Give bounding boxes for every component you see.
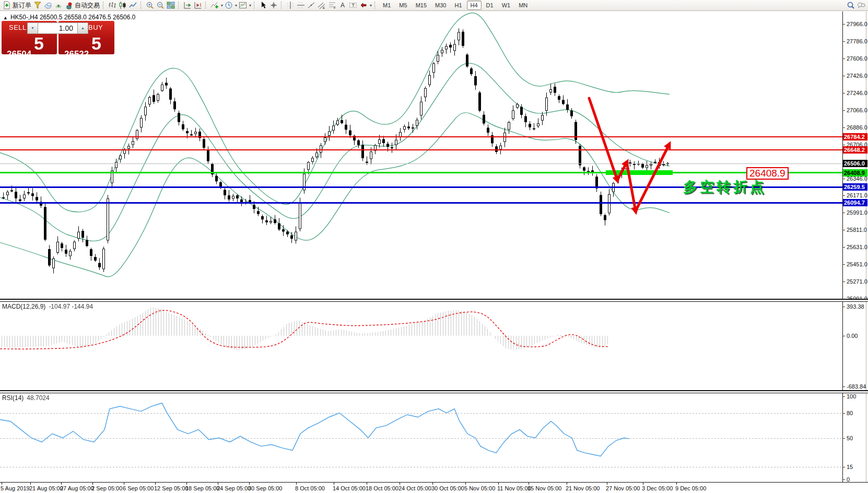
price-tick-label: 25451.0 — [847, 261, 867, 267]
price-tick-mark — [842, 24, 845, 25]
time-tick-label: 11 Nov 05:00 — [497, 485, 531, 491]
templates-button[interactable] — [238, 1, 248, 10]
timeframe-d1-button[interactable]: D1 — [483, 1, 497, 10]
horizontal-line-button[interactable] — [296, 1, 306, 10]
sell-price[interactable]: 26504.5 — [7, 33, 44, 60]
timeframe-h1-button[interactable]: H1 — [451, 1, 465, 10]
auto-scroll-button[interactable] — [182, 1, 193, 10]
collapse-icon[interactable]: ▲ — [3, 15, 8, 20]
autotrade-icon — [65, 1, 73, 9]
thick-green-band[interactable] — [606, 170, 673, 175]
price-tick-mark — [842, 247, 845, 248]
toolbar-group-handle[interactable] — [103, 2, 105, 9]
time-tick-label: 30 Oct 05:00 — [431, 485, 464, 491]
buy-label[interactable]: BUY — [88, 24, 103, 31]
new-order-button[interactable]: 新订单 — [2, 1, 32, 10]
buy-price[interactable]: 26522.5 — [64, 33, 101, 60]
time-tick-mark — [567, 483, 567, 485]
time-tick-label: 27 Aug 05:00 — [60, 485, 94, 491]
hline-icon — [297, 1, 305, 9]
clock-icon — [225, 1, 233, 9]
main-chart-plot[interactable] — [0, 11, 842, 299]
crosshair-button[interactable] — [268, 1, 279, 10]
community-button[interactable] — [43, 1, 53, 10]
template-icon — [239, 1, 247, 9]
toolbar-group-handle[interactable] — [178, 2, 180, 9]
one-click-trading-panel: SELL BUY ▾ 1.00 ▴ 26504.5 26522.5 — [2, 21, 114, 54]
filter-button[interactable] — [32, 1, 43, 10]
time-tick-label: 18 Oct 05:00 — [366, 485, 398, 491]
time-tick-mark — [296, 483, 297, 485]
price-tick-label: 27066.0 — [847, 107, 867, 113]
timeframe-h4-button[interactable]: H4 — [467, 1, 482, 10]
indicators-button-caret[interactable]: ▾ — [221, 3, 223, 8]
toolbar-group-handle[interactable] — [205, 2, 207, 9]
arrows-button-caret[interactable]: ▾ — [370, 3, 372, 8]
zoom-in-button[interactable] — [145, 1, 155, 10]
price-tick-label: 50 — [847, 435, 853, 441]
hline-26506[interactable] — [0, 163, 842, 164]
time-axis[interactable]: 5 Aug 201921 Aug 05:0027 Aug 05:002 Sep … — [0, 482, 868, 493]
text-button[interactable]: A — [337, 1, 348, 10]
vertical-line-button[interactable] — [285, 1, 296, 10]
hline-26784.2[interactable] — [0, 136, 842, 137]
signals-button[interactable] — [53, 1, 64, 10]
auto-scroll-icon — [183, 1, 192, 9]
price-tick-mark — [842, 467, 845, 467]
rsi-value: 48.7024 — [27, 394, 49, 402]
volume-increase-button[interactable]: ▴ — [77, 22, 88, 34]
timeframe-m30-button[interactable]: M30 — [431, 1, 450, 10]
toolbar-group-handle[interactable] — [281, 2, 283, 9]
time-tick-label: 21 Aug 05:00 — [29, 485, 63, 491]
price-level-label[interactable]: 26408.9 — [746, 167, 789, 180]
toolbar-group-handle[interactable] — [140, 2, 143, 9]
panel-separator[interactable] — [0, 390, 868, 393]
price-tick-label: 26346.0 — [847, 175, 867, 182]
macd-title: MACD(12,26,9)-104.97 -144.94 — [2, 303, 93, 310]
arrows-button[interactable] — [358, 1, 369, 10]
vline-icon — [286, 1, 295, 9]
sell-label[interactable]: SELL — [9, 24, 27, 31]
volume-decrease-button[interactable]: ▾ — [27, 22, 38, 34]
hline-26408.9[interactable] — [0, 172, 842, 173]
price-tick-label: 25811.0 — [847, 227, 867, 233]
chart-shift-button[interactable] — [193, 1, 203, 10]
trendline-button[interactable] — [306, 1, 316, 10]
text-label-button[interactable]: T — [348, 1, 358, 10]
time-tick-mark — [155, 483, 156, 485]
candlestick-chart-button[interactable] — [118, 1, 128, 10]
rsi-panel-plot[interactable] — [0, 393, 842, 482]
periods-button[interactable] — [224, 1, 234, 10]
autotrading-button[interactable]: 自动交易 — [64, 1, 101, 10]
cursor-button[interactable] — [258, 1, 268, 10]
line-chart-button[interactable] — [128, 1, 138, 10]
hline-26094.7[interactable] — [0, 202, 842, 204]
templates-button-caret[interactable]: ▾ — [249, 3, 251, 8]
funnel-icon — [33, 1, 42, 9]
hline-26648.2[interactable] — [0, 149, 842, 150]
periods-button-caret[interactable]: ▾ — [235, 3, 237, 8]
panel-separator[interactable] — [0, 299, 868, 302]
macd-panel-plot[interactable] — [0, 302, 842, 391]
price-badge-26094.7: 26094.7 — [843, 199, 867, 206]
zoom-out-button[interactable] — [155, 1, 166, 10]
price-tick-mark — [842, 396, 845, 397]
time-tick-label: 14 Oct 05:00 — [333, 485, 366, 491]
toolbar-group-handle[interactable] — [374, 2, 377, 9]
fibonacci-button[interactable]: F — [327, 1, 337, 10]
timeframe-w1-button[interactable]: W1 — [498, 1, 514, 10]
timeframe-m5-button[interactable]: M5 — [395, 1, 410, 10]
timeframe-m1-button[interactable]: M1 — [379, 1, 394, 10]
toolbar-group-handle[interactable] — [254, 2, 256, 9]
equidistant-channel-button[interactable]: E — [316, 1, 327, 10]
timeframe-m15-button[interactable]: M15 — [412, 1, 430, 10]
indicators-button[interactable] — [209, 1, 220, 10]
chat-button[interactable] — [856, 1, 866, 10]
volume-input[interactable]: 1.00 — [38, 22, 77, 34]
timeframe-mn-button[interactable]: MN — [515, 1, 531, 10]
price-tick-label: 27246.0 — [847, 90, 867, 96]
search-button[interactable] — [846, 1, 856, 10]
tile-windows-button[interactable] — [166, 1, 176, 10]
time-tick-label: 15 Nov 05:00 — [527, 485, 561, 491]
bar-chart-button[interactable] — [107, 1, 118, 10]
